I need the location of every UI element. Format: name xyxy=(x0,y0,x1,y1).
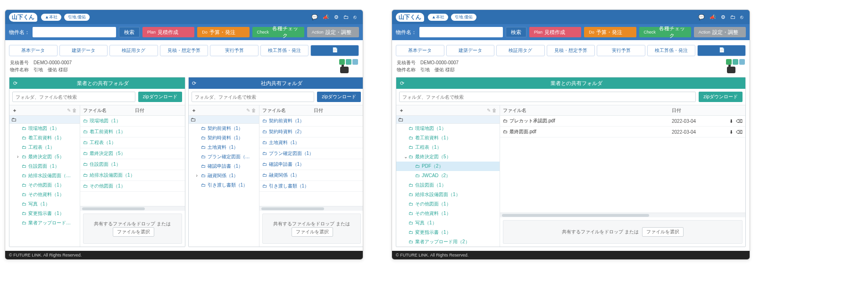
file-row[interactable]: 🗀融資関係（1） xyxy=(259,170,363,181)
tab-proc[interactable]: 検工算係・発注 xyxy=(260,45,309,56)
scrollbar[interactable] xyxy=(80,206,185,211)
file-row[interactable]: 🗀その他図面（1） xyxy=(80,181,185,192)
tab-exec[interactable]: 実行予算 xyxy=(210,45,259,56)
refresh-icon[interactable]: ⟳ xyxy=(396,80,408,86)
delete-icon[interactable]: ⌫ xyxy=(736,119,743,124)
tree-item[interactable]: 🗀PDF（2） xyxy=(396,162,500,171)
folder-icon[interactable]: 🗀 xyxy=(730,14,735,20)
comment-icon[interactable]: 💬 xyxy=(311,14,318,20)
tree-item[interactable]: 🗀給排水設備図面（… xyxy=(9,171,80,180)
tab-arch[interactable]: 建築データ xyxy=(59,45,108,56)
tree-item[interactable]: 🗀変更指示書（1） xyxy=(396,228,500,237)
file-row[interactable]: 🗀土地資料（1） xyxy=(259,137,363,148)
root-folder-icon[interactable]: 🗀 xyxy=(396,116,500,124)
tree-item[interactable]: 🗀住設図面（1） xyxy=(396,180,500,190)
tree-item[interactable]: 🗀給排水設備図面（1） xyxy=(396,190,500,199)
user-badge[interactable]: 引地 優佑 xyxy=(64,14,90,21)
plan-button[interactable]: Plan見積作成 xyxy=(529,27,581,37)
tab-files[interactable]: 📄 xyxy=(697,45,746,56)
tree-item[interactable]: 🗀確認申請書（1） xyxy=(189,162,259,171)
dropzone[interactable]: 共有するファイルをドロップ または ファイルを選択 xyxy=(262,214,361,244)
folder-search-input[interactable] xyxy=(12,92,135,102)
tree-item[interactable]: 🗀着工前資料（1） xyxy=(9,133,80,143)
tree-item[interactable]: 🗀引き渡し書類（1） xyxy=(189,180,259,190)
action-button[interactable]: Action設定・調整 xyxy=(307,27,359,37)
tree-item[interactable]: 🗀その他資料（1） xyxy=(9,190,80,199)
tree-item[interactable]: 🗀その他図面（1） xyxy=(9,180,80,190)
comment-icon[interactable]: 💬 xyxy=(698,14,705,20)
tree-item[interactable]: ›🗀最終決定図（5） xyxy=(9,152,80,162)
tree-tools-icon[interactable]: ✎ 🗑 xyxy=(246,108,256,113)
tree-item[interactable]: 🗀現場地図（1） xyxy=(396,124,500,133)
search-button[interactable]: 検索 xyxy=(119,27,140,37)
tab-exec[interactable]: 実行予算 xyxy=(597,45,645,56)
file-row[interactable]: 🗀プレカット承認図.pdf2022-03-04⬇⌫ xyxy=(500,116,745,127)
scrollbar[interactable] xyxy=(259,206,363,211)
tab-estimate[interactable]: 見積・想定予算 xyxy=(160,45,209,56)
zip-download-button[interactable]: zipダウンロード xyxy=(699,92,743,102)
tab-basic[interactable]: 基本データ xyxy=(396,45,444,56)
delete-icon[interactable]: ⌫ xyxy=(736,129,743,135)
tree-item[interactable]: 🗀JWCAD（2） xyxy=(396,171,500,180)
tree-item[interactable]: 🗀着工前資料（1） xyxy=(396,133,500,143)
tab-proc[interactable]: 検工算係・発注 xyxy=(647,45,696,56)
add-folder-icon[interactable]: ＋ xyxy=(399,107,404,114)
bullhorn-icon[interactable]: 📣 xyxy=(323,14,329,20)
file-row[interactable]: 🗀給排水設備図面（1） xyxy=(80,170,185,181)
tree-item[interactable]: 🗀プラン確定図面（… xyxy=(189,152,259,162)
action-button[interactable]: Action設定・調整 xyxy=(694,27,746,37)
tree-item[interactable]: 🗀土地資料（1） xyxy=(189,143,259,152)
tree-item[interactable]: 🗀写真（1） xyxy=(396,218,500,228)
check-button[interactable]: Check各種チェック xyxy=(252,27,304,37)
refresh-icon[interactable]: ⟳ xyxy=(189,80,200,86)
file-row[interactable]: 🗀プラン確定図面（1） xyxy=(259,148,363,159)
zip-download-button[interactable]: zipダウンロード xyxy=(138,92,182,102)
tree-item[interactable]: 🗀契約前資料（1） xyxy=(189,124,259,133)
file-select-button[interactable]: ファイルを選択 xyxy=(292,227,333,237)
file-row[interactable]: 🗀工程表（1） xyxy=(80,137,185,148)
search-input[interactable] xyxy=(419,27,503,37)
dropzone[interactable]: 共有するファイルをドロップ または ファイルを選択 xyxy=(83,214,182,244)
tree-tools-icon[interactable]: ✎ 🗑 xyxy=(67,108,77,113)
gear-icon[interactable]: ⚙ xyxy=(334,14,339,20)
tab-tag[interactable]: 検証用タグ xyxy=(109,45,158,56)
file-row[interactable]: 🗀最終決定図（5） xyxy=(80,148,185,159)
file-row[interactable]: 🗀確認申請書（1） xyxy=(259,159,363,170)
search-button[interactable]: 検索 xyxy=(506,27,526,37)
tree-item[interactable]: 🗀その他資料（1） xyxy=(396,209,500,218)
add-folder-icon[interactable]: ＋ xyxy=(192,107,196,114)
tree-item[interactable]: 🗀住設図面（1） xyxy=(9,162,80,171)
user-badge[interactable]: ▲本社 xyxy=(41,14,61,21)
tree-item[interactable]: 🗀変更指示書（1） xyxy=(9,209,80,218)
download-icon[interactable]: ⬇ xyxy=(729,119,733,124)
tree-item[interactable]: 🗀現場地図（1） xyxy=(9,124,80,133)
tree-item[interactable]: 🗀工程表（1） xyxy=(9,143,80,152)
tree-item[interactable]: ⌄🗀最終決定図（5） xyxy=(396,152,500,162)
folder-icon[interactable]: 🗀 xyxy=(343,14,349,20)
file-row[interactable]: 🗀引き渡し書類（1） xyxy=(259,181,363,192)
plan-button[interactable]: Plan見積作成 xyxy=(142,27,194,37)
user-badge[interactable]: ▲本社 xyxy=(428,14,448,21)
tree-item[interactable]: 🗀業者アップロード… xyxy=(9,218,80,228)
folder-search-input[interactable] xyxy=(399,92,696,102)
exit-icon[interactable]: ⎋ xyxy=(353,14,357,20)
tree-item[interactable]: ›🗀融資関係（1） xyxy=(189,171,259,180)
tab-arch[interactable]: 建築データ xyxy=(446,45,495,56)
root-folder-icon[interactable]: 🗀 xyxy=(189,116,259,124)
file-row[interactable]: 🗀最終図面.pdf2022-03-04⬇⌫ xyxy=(500,127,745,137)
tree-item[interactable]: 🗀その他図面（1） xyxy=(396,199,500,209)
camera-icon[interactable] xyxy=(727,67,735,73)
tab-basic[interactable]: 基本データ xyxy=(9,45,58,56)
refresh-icon[interactable]: ⟳ xyxy=(9,80,21,86)
add-folder-icon[interactable]: ＋ xyxy=(12,107,17,114)
tab-tag[interactable]: 検証用タグ xyxy=(496,45,545,56)
file-row[interactable]: 🗀住設図面（1） xyxy=(80,159,185,170)
root-folder-icon[interactable]: 🗀 xyxy=(9,116,80,124)
user-badge[interactable]: 引地 優佑 xyxy=(451,14,477,21)
tree-item[interactable]: 🗀写真（1） xyxy=(9,199,80,209)
folder-search-input[interactable] xyxy=(192,92,315,102)
tab-files[interactable]: 📄 xyxy=(310,45,359,56)
file-row[interactable]: 🗀着工前資料（1） xyxy=(80,127,185,137)
scrollbar[interactable] xyxy=(500,213,745,217)
file-row[interactable]: 🗀現場地図（1） xyxy=(80,116,185,127)
